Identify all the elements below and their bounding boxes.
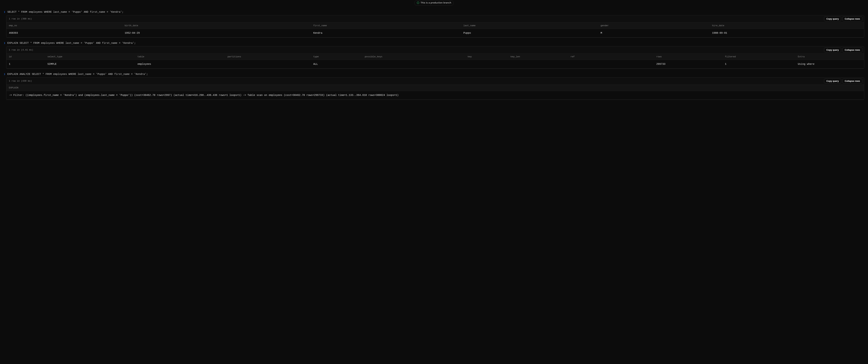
table-cell: M	[598, 29, 710, 37]
column-header: filtered	[722, 54, 796, 60]
column-header: partitions	[225, 54, 311, 60]
column-header: hire_date	[710, 23, 864, 29]
column-header: EXPLAIN	[6, 85, 864, 91]
table-cell: ALL	[311, 60, 362, 69]
circle-check-icon	[417, 2, 419, 4]
rows-info: 1 row in (4.41 ms)	[9, 49, 33, 51]
result-card: 1 row in (439 ms) Copy query Collapse ro…	[6, 77, 864, 100]
production-branch-badge: This is a production branch	[414, 0, 454, 5]
table-cell	[225, 60, 311, 69]
column-header: gender	[598, 23, 710, 29]
copy-query-button[interactable]: Copy query	[824, 48, 841, 52]
table-cell: Puppo	[461, 29, 598, 37]
column-header: possible_keys	[362, 54, 465, 60]
svg-point-0	[417, 2, 419, 4]
copy-query-button[interactable]: Copy query	[824, 17, 841, 21]
rows-info: 1 row in (439 ms)	[9, 80, 32, 82]
column-header: key_len	[508, 54, 568, 60]
table-cell: employees	[135, 60, 225, 69]
table-cell	[465, 60, 508, 69]
column-header: table	[135, 54, 225, 60]
column-header: ref	[568, 54, 654, 60]
table-cell: Using where	[796, 60, 864, 69]
column-header: emp_no	[6, 23, 122, 29]
copy-query-button[interactable]: Copy query	[824, 79, 841, 83]
table-cell: 299733	[654, 60, 722, 69]
column-header: first_name	[311, 23, 461, 29]
column-header: select_type	[45, 54, 135, 60]
table-cell: 1988-09-01	[710, 29, 864, 37]
column-header: birth_date	[122, 23, 311, 29]
table-cell: 1952-04-29	[122, 29, 311, 37]
result-card: 1 row in (300 ms) Copy query Collapse ro…	[6, 15, 864, 37]
result-table: emp_nobirth_datefirst_namelast_namegende…	[6, 22, 864, 37]
table-cell: 468393	[6, 29, 122, 37]
column-header: type	[311, 54, 362, 60]
prompt-icon: ❯	[4, 10, 5, 13]
table-cell	[508, 60, 568, 69]
column-header: rows	[654, 54, 722, 60]
result-table: EXPLAIN -> Filter: ((employees.first_nam…	[6, 85, 864, 99]
column-header: id	[6, 54, 45, 60]
table-row: -> Filter: ((employees.first_name = 'Ken…	[6, 91, 864, 100]
rows-info: 1 row in (300 ms)	[9, 18, 32, 20]
column-header: last_name	[461, 23, 598, 29]
table-cell: -> Filter: ((employees.first_name = 'Ken…	[6, 91, 864, 100]
badge-text: This is a production branch	[421, 1, 451, 4]
table-cell: Kendra	[311, 29, 461, 37]
table-cell: 1	[6, 60, 45, 69]
query-text: EXPLAIN SELECT * FROM employees WHERE la…	[7, 42, 135, 44]
table-cell: 1	[722, 60, 796, 69]
query-text: EXPLAIN ANALYZE SELECT * FROM employees …	[7, 73, 148, 75]
prompt-icon: ❯	[4, 72, 5, 75]
table-cell	[362, 60, 465, 69]
result-card: 1 row in (4.41 ms) Copy query Collapse r…	[6, 46, 864, 69]
table-row: 4683931952-04-29KendraPuppoM1988-09-01	[6, 29, 864, 37]
prompt-icon: ❯	[4, 41, 5, 44]
table-cell: SIMPLE	[45, 60, 135, 69]
column-header: key	[465, 54, 508, 60]
collapse-rows-button[interactable]: Collapse rows	[842, 48, 862, 52]
result-table: idselect_typetablepartitionstypepossible…	[6, 54, 864, 68]
table-row: 1SIMPLEemployeesALL2997331Using where	[6, 60, 864, 69]
column-header: Extra	[796, 54, 864, 60]
collapse-rows-button[interactable]: Collapse rows	[842, 17, 862, 21]
table-cell	[568, 60, 654, 69]
query-text: SELECT * FROM employees WHERE last_name …	[7, 10, 123, 13]
collapse-rows-button[interactable]: Collapse rows	[842, 79, 862, 83]
